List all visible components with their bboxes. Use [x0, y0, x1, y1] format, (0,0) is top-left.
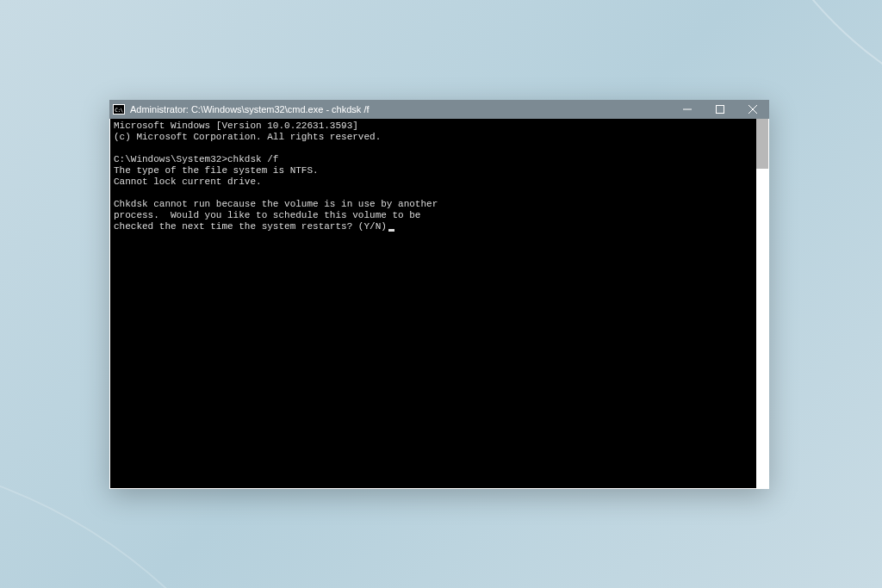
maximize-icon: [716, 105, 724, 114]
window-title: Administrator: C:\Windows\system32\cmd.e…: [130, 104, 671, 115]
terminal-line: [114, 143, 753, 154]
terminal-line: The type of the file system is NTFS.: [114, 165, 753, 176]
terminal-content: Microsoft Windows [Version 10.0.22631.35…: [110, 119, 756, 488]
terminal-line: process. Would you like to schedule this…: [114, 210, 753, 221]
scrollbar-thumb[interactable]: [756, 119, 768, 169]
close-button[interactable]: [736, 100, 769, 119]
cmd-window: C:\ Administrator: C:\Windows\system32\c…: [109, 100, 769, 489]
terminal-line: Chkdsk cannot run because the volume is …: [114, 199, 753, 210]
minimize-icon: [683, 105, 692, 114]
terminal-line: checked the next time the system restart…: [114, 221, 753, 232]
terminal-area[interactable]: Microsoft Windows [Version 10.0.22631.35…: [109, 119, 769, 489]
titlebar[interactable]: C:\ Administrator: C:\Windows\system32\c…: [109, 100, 769, 119]
maximize-button[interactable]: [704, 100, 736, 119]
terminal-line: Microsoft Windows [Version 10.0.22631.35…: [114, 121, 753, 132]
terminal-line: [114, 188, 753, 199]
scrollbar[interactable]: [756, 119, 768, 488]
terminal-line: (c) Microsoft Corporation. All rights re…: [114, 132, 753, 143]
cursor: [388, 229, 394, 232]
svg-rect-1: [717, 106, 724, 114]
cmd-icon: C:\: [113, 104, 125, 115]
window-controls: [671, 100, 769, 119]
minimize-button[interactable]: [671, 100, 704, 119]
terminal-line: C:\Windows\System32>chkdsk /f: [114, 154, 753, 165]
close-icon: [748, 105, 757, 114]
terminal-line: Cannot lock current drive.: [114, 176, 753, 188]
